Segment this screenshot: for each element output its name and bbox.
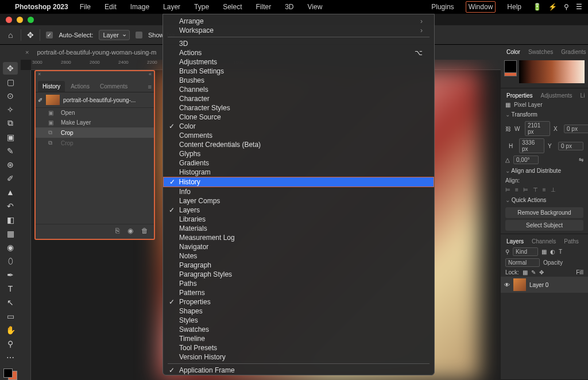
fullscreen-window-button[interactable]	[28, 17, 34, 23]
new-snapshot-icon[interactable]: ◉	[127, 227, 133, 236]
kind-search-icon[interactable]: ⚲	[505, 249, 509, 255]
tab-adjustments[interactable]: Adjustments	[537, 91, 576, 100]
menu-view[interactable]: View	[305, 2, 325, 12]
delete-state-icon[interactable]: 🗑	[141, 227, 148, 236]
window-menu-item[interactable]: Character	[163, 94, 434, 103]
x-input[interactable]: 0 px	[564, 125, 588, 133]
window-menu-item[interactable]: ✓Properties	[163, 297, 434, 307]
select-subject-button[interactable]: Select Subject	[505, 220, 583, 231]
window-menu-item[interactable]: Workspace›	[163, 26, 434, 35]
align-right-icon[interactable]: ⊨	[523, 187, 528, 193]
height-input[interactable]: 3336 px	[519, 138, 544, 153]
hand-tool[interactable]: ✋	[3, 324, 18, 336]
dodge-tool[interactable]: ⬯	[3, 255, 18, 267]
filter-pixel-icon[interactable]: ▦	[541, 249, 547, 255]
menu-filter[interactable]: Filter	[253, 2, 273, 12]
crop-tool[interactable]: ⧉	[3, 117, 18, 130]
document-tab[interactable]: portrait-of-beautiful-young-woman-using-…	[32, 46, 161, 58]
tab-color[interactable]: Color	[503, 47, 524, 57]
layer-visibility-icon[interactable]: 👁	[504, 282, 510, 288]
wifi-icon[interactable]: ⚡	[548, 3, 557, 11]
lock-pixels-icon[interactable]: ✎	[531, 269, 536, 276]
marquee-tool[interactable]: ▢	[3, 76, 18, 88]
healing-tool[interactable]: ⊛	[3, 158, 18, 171]
minimize-window-button[interactable]	[17, 17, 23, 23]
tab-gradients[interactable]: Gradients	[558, 47, 588, 57]
window-menu-item[interactable]: Libraries	[163, 215, 434, 224]
edit-toolbar[interactable]: ⋯	[3, 351, 18, 364]
history-step[interactable]: ▣Make Layer	[36, 118, 154, 127]
tab-comments[interactable]: Comments	[95, 81, 132, 92]
panel-menu-icon[interactable]: ≡	[148, 83, 152, 90]
close-window-button[interactable]	[6, 17, 12, 23]
align-middle-icon[interactable]: ≡	[543, 187, 546, 193]
layer-name[interactable]: Layer 0	[529, 282, 548, 288]
filter-adj-icon[interactable]: ◐	[550, 249, 555, 255]
window-menu-item[interactable]: Timeline	[163, 334, 434, 343]
window-menu-item[interactable]: Brush Settings	[163, 67, 434, 76]
window-menu-item[interactable]: Arrange›	[163, 17, 434, 26]
window-menu-item[interactable]: Version History	[163, 352, 434, 362]
window-menu-item[interactable]: ✓History	[163, 177, 434, 187]
panel-collapse-icon[interactable]: «	[149, 71, 152, 79]
frame-tool[interactable]: ▣	[3, 131, 18, 144]
text-tool[interactable]: T	[3, 282, 18, 295]
history-step[interactable]: ▣Open	[36, 108, 154, 118]
magic-wand-tool[interactable]: ✧	[3, 103, 18, 116]
window-menu-item[interactable]: Paragraph Styles	[163, 270, 434, 279]
move-tool[interactable]: ✥	[3, 62, 18, 75]
link-wh-icon[interactable]: ⛓	[505, 126, 511, 132]
window-menu-item[interactable]: Swatches	[163, 325, 434, 334]
tab-actions[interactable]: Actions	[66, 81, 94, 92]
align-left-icon[interactable]: ⊨	[505, 187, 510, 193]
window-menu-item[interactable]: Adjustments	[163, 57, 434, 67]
window-menu-item[interactable]: ✓Application Frame	[163, 366, 434, 375]
history-brush-tool[interactable]: ↶	[3, 200, 18, 212]
window-menu-item[interactable]: Gradients	[163, 158, 434, 168]
window-menu-item[interactable]: Shapes	[163, 307, 434, 316]
menu-plugins[interactable]: Plugins	[429, 2, 456, 12]
window-menu-item[interactable]: Measurement Log	[163, 233, 434, 242]
window-menu-item[interactable]: Comments	[163, 131, 434, 140]
eraser-tool[interactable]: ◧	[3, 214, 18, 226]
transform-heading[interactable]: Transform	[501, 109, 588, 120]
window-menu-item[interactable]: Patterns	[163, 288, 434, 297]
history-snapshot[interactable]: ✐ portrait-of-beautiful-young-...	[36, 92, 154, 108]
menu-layer[interactable]: Layer	[161, 2, 183, 12]
window-menu-item[interactable]: Actions⌥	[163, 48, 434, 57]
tab-layers[interactable]: Layers	[503, 236, 527, 246]
window-menu-item[interactable]: Navigator	[163, 242, 434, 251]
y-input[interactable]: 0 px	[558, 142, 583, 150]
window-menu-item[interactable]: Clone Source	[163, 113, 434, 122]
menu-help[interactable]: Help	[505, 2, 524, 12]
window-menu-item[interactable]: Notes	[163, 251, 434, 261]
home-icon[interactable]: ⌂	[6, 28, 15, 42]
menu-window[interactable]: Window	[466, 1, 496, 13]
fg-swatch[interactable]	[504, 60, 517, 73]
align-heading[interactable]: Align and Distribute	[501, 165, 588, 176]
close-tab-icon[interactable]: ×	[25, 49, 29, 56]
control-center-icon[interactable]: ☰	[576, 3, 582, 11]
history-step[interactable]: ⧉Crop	[36, 138, 154, 148]
window-menu-item[interactable]: Character Styles	[163, 103, 434, 113]
eyedropper-tool[interactable]: ✎	[3, 145, 18, 157]
window-menu-item[interactable]: 3D	[163, 39, 434, 48]
window-menu-item[interactable]: ✓Layers	[163, 205, 434, 215]
search-icon[interactable]: ⚲	[564, 3, 569, 11]
new-doc-from-state-icon[interactable]: ⎘	[115, 227, 119, 236]
window-menu-item[interactable]: Info	[163, 187, 434, 196]
tab-libraries[interactable]: Li	[577, 91, 588, 100]
tab-history[interactable]: History	[38, 81, 65, 92]
path-tool[interactable]: ↖	[3, 296, 18, 309]
tab-channels[interactable]: Channels	[528, 236, 559, 246]
width-input[interactable]: 2101 px	[525, 121, 550, 136]
auto-select-target-dropdown[interactable]: Layer	[99, 30, 130, 40]
window-menu-item[interactable]: Channels	[163, 85, 434, 94]
shape-tool[interactable]: ▭	[3, 310, 18, 323]
window-menu-item[interactable]: Glyphs	[163, 149, 434, 158]
lasso-tool[interactable]: ⊙	[3, 90, 18, 102]
remove-background-button[interactable]: Remove Background	[505, 207, 583, 218]
window-menu-item[interactable]: ✓Color	[163, 122, 434, 131]
history-step[interactable]: ⧉Crop	[36, 127, 154, 138]
window-menu-item[interactable]: Brushes	[163, 76, 434, 85]
